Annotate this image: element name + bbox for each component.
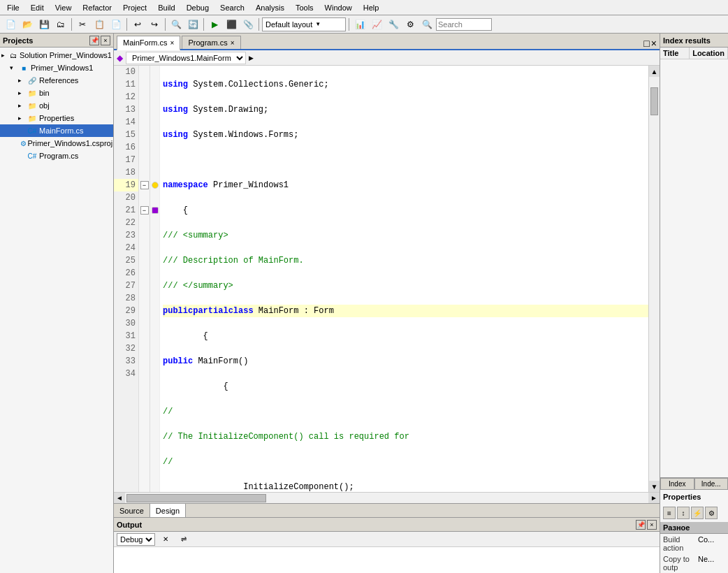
prop-icons-row: ≡ ↕ ⚡ ⚙	[660, 504, 728, 522]
save-btn[interactable]: 💾	[36, 17, 52, 31]
output-close-btn[interactable]: ×	[647, 520, 657, 530]
tab-source[interactable]: Source	[114, 504, 150, 517]
tree-item-properties[interactable]: ▸ 📁 Properties	[0, 112, 113, 124]
scroll-up-btn[interactable]: ▲	[649, 66, 660, 77]
bin-icon: 📁	[27, 87, 38, 99]
scroll-right-btn[interactable]: ►	[648, 493, 660, 503]
new-btn[interactable]: 📄	[3, 17, 18, 31]
tab-program[interactable]: Program.cs ×	[182, 36, 240, 49]
program-icon: C#	[27, 150, 38, 161]
replace-btn[interactable]: 🔄	[185, 17, 201, 31]
copy-btn[interactable]: 📋	[92, 17, 107, 31]
tab-mainform[interactable]: MainForm.cs ×	[117, 36, 180, 50]
cut-btn[interactable]: ✂	[75, 17, 90, 31]
menu-debug[interactable]: Debug	[181, 2, 214, 13]
prop-icon-event[interactable]: ⚡	[691, 507, 704, 519]
right-tab-index[interactable]: Index	[660, 478, 694, 490]
open-btn[interactable]: 📂	[20, 17, 35, 31]
menu-view[interactable]: View	[50, 2, 78, 13]
run-btn[interactable]: ▶	[207, 17, 222, 31]
paste-btn[interactable]: 📄	[108, 17, 124, 31]
scroll-thumb[interactable]	[650, 87, 658, 115]
menu-build[interactable]: Build	[152, 2, 180, 13]
properties-icon: 📁	[27, 113, 38, 124]
menu-window[interactable]: Window	[319, 2, 358, 13]
panel-maximize-btn[interactable]: □	[643, 38, 649, 49]
code-line-25: //	[163, 456, 648, 468]
menu-refactor[interactable]: Refactor	[77, 2, 117, 13]
fold-empty-4	[139, 103, 150, 116]
fold-empty-15	[139, 267, 150, 280]
scroll-down-btn[interactable]: ▼	[649, 481, 660, 492]
prop-icon-sort[interactable]: ↕	[677, 507, 690, 519]
breadcrumb-select[interactable]: Primer_Windows1.MainForm	[126, 52, 246, 64]
code-area[interactable]: using System.Collections.Generic; using …	[160, 66, 648, 492]
output-dropdown[interactable]: Debug	[117, 533, 155, 546]
ln-29: 29	[114, 305, 138, 317]
toolbar-btn-3[interactable]: 🔧	[386, 17, 401, 31]
save-all-btn[interactable]: 🗂	[53, 17, 68, 31]
menu-tools[interactable]: Tools	[290, 2, 319, 13]
code-line-16: /// <summary>	[163, 229, 648, 242]
output-clear-btn[interactable]: ✕	[158, 532, 173, 546]
code-line-20: {	[163, 330, 648, 342]
panel-close-btn[interactable]: ×	[101, 36, 110, 45]
fold-btn-21[interactable]: −	[139, 204, 150, 217]
tree-item-csproj[interactable]: ⚙ Primer_Windows1.csproj	[0, 137, 113, 150]
tree-item-solution[interactable]: ▸ 🗂 Solution Primer_Windows1	[0, 49, 113, 61]
ln-34: 34	[114, 368, 138, 380]
find-btn[interactable]: 🔍	[168, 17, 184, 31]
tab-program-close[interactable]: ×	[231, 39, 235, 47]
tree-item-obj[interactable]: ▸ 📁 obj	[0, 99, 113, 112]
menu-file[interactable]: File	[1, 2, 25, 13]
mark-14	[150, 254, 159, 267]
prop-icon-list[interactable]: ≡	[663, 507, 676, 519]
tree-item-project[interactable]: ▾ ■ Primer_Windows1	[0, 61, 113, 74]
undo-btn[interactable]: ↩	[130, 17, 145, 31]
menu-search[interactable]: Search	[214, 2, 250, 13]
fold-btn-19[interactable]: −	[139, 179, 150, 191]
toolbar-btn-5[interactable]: 🔍	[419, 17, 435, 31]
tab-mainform-close[interactable]: ×	[170, 39, 175, 47]
tab-mainform-label: MainForm.cs	[123, 38, 168, 47]
tab-design[interactable]: Design	[150, 504, 186, 517]
tree-item-bin[interactable]: ▸ 📁 bin	[0, 87, 113, 99]
menu-analysis[interactable]: Analysis	[250, 2, 290, 13]
toolbar-btn-4[interactable]: ⚙	[402, 17, 418, 31]
menu-help[interactable]: Help	[358, 2, 385, 13]
panel-pin-btn[interactable]: 📌	[89, 36, 99, 45]
properties-header: Properties	[663, 493, 725, 501]
editor-wrapper: 10 11 12 13 14 15 16 17 18 19 20 21 22 2…	[114, 66, 660, 573]
tree-item-mainform[interactable]: C# MainForm.cs	[0, 124, 113, 137]
h-scroll-thumb[interactable]	[126, 494, 266, 502]
mainform-arrow	[18, 127, 27, 134]
stop-btn[interactable]: ⬛	[224, 17, 239, 31]
tree-item-program[interactable]: C# Program.cs	[0, 150, 113, 162]
vertical-scrollbar[interactable]: ▲ ▼	[648, 66, 660, 492]
menu-edit[interactable]: Edit	[25, 2, 50, 13]
mark-8	[150, 154, 159, 166]
layout-dropdown[interactable]: Default layout ▼	[262, 17, 346, 31]
h-scroll-track[interactable]	[125, 493, 648, 503]
toolbar-sep-5	[259, 18, 259, 31]
bottom-tab-bar: Source Design	[114, 503, 660, 517]
toolbar-btn-1[interactable]: 📊	[352, 17, 367, 31]
scroll-track[interactable]	[649, 77, 660, 481]
attach-btn[interactable]: 📎	[240, 17, 256, 31]
right-panel: Index results Title Location Index Inde.…	[660, 34, 728, 573]
obj-arrow: ▸	[18, 102, 27, 109]
prop-icon-extra[interactable]: ⚙	[705, 507, 718, 519]
tree-item-references[interactable]: ▸ 🔗 References	[0, 74, 113, 87]
fold-empty-5	[139, 116, 150, 129]
toolbar-btn-2[interactable]: 📈	[369, 17, 384, 31]
search-input[interactable]	[436, 18, 492, 31]
output-wrap-btn[interactable]: ⇌	[176, 532, 191, 546]
panel-close-x-btn[interactable]: ×	[651, 38, 657, 49]
csproj-icon: ⚙	[20, 138, 27, 149]
menu-bar: File Edit View Refactor Project Build De…	[0, 0, 728, 15]
redo-btn[interactable]: ↪	[147, 17, 162, 31]
menu-project[interactable]: Project	[117, 2, 152, 13]
right-tab-inde2[interactable]: Inde...	[694, 478, 729, 490]
output-pin-btn[interactable]: 📌	[636, 520, 646, 530]
scroll-left-btn[interactable]: ◄	[114, 493, 125, 503]
